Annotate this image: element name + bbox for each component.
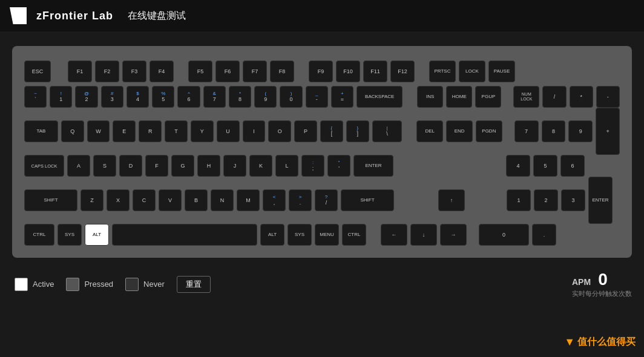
key-f4[interactable]: F4 xyxy=(150,61,174,82)
key-f8[interactable]: F8 xyxy=(270,61,294,82)
key-quote[interactable]: "' xyxy=(327,155,350,177)
key-f11[interactable]: F11 xyxy=(363,61,387,82)
key-num-9[interactable]: 9 xyxy=(568,120,593,142)
key-r[interactable]: R xyxy=(139,120,162,142)
key-end[interactable]: END xyxy=(446,120,473,142)
key-arrow-up[interactable]: ↑ xyxy=(438,189,465,211)
key-semicolon[interactable]: :; xyxy=(301,155,324,177)
key-x[interactable]: X xyxy=(107,189,130,211)
key-minus[interactable]: _- xyxy=(306,86,328,108)
key-ralt[interactable]: ALT xyxy=(260,224,284,246)
key-num-4[interactable]: 4 xyxy=(506,155,530,177)
key-g[interactable]: G xyxy=(171,155,194,177)
key-home[interactable]: HOME xyxy=(446,86,472,108)
key-l[interactable]: L xyxy=(275,155,298,177)
key-num-2[interactable]: 2 xyxy=(534,189,558,211)
key-f5[interactable]: F5 xyxy=(188,61,212,82)
key-num-minus[interactable]: - xyxy=(596,86,620,108)
key-num-slash[interactable]: / xyxy=(542,86,566,108)
key-7[interactable]: &7 xyxy=(203,86,226,108)
key-k[interactable]: K xyxy=(249,155,272,177)
key-num-1[interactable]: 1 xyxy=(507,189,531,211)
key-c[interactable]: C xyxy=(133,189,156,211)
key-pgdn[interactable]: PGDN xyxy=(476,120,502,142)
key-lbracket[interactable]: {[ xyxy=(320,120,343,142)
key-slash[interactable]: ?/ xyxy=(315,189,338,211)
key-0[interactable]: )0 xyxy=(280,86,302,108)
key-num-8[interactable]: 8 xyxy=(542,120,566,142)
key-f2[interactable]: F2 xyxy=(95,61,119,82)
key-t[interactable]: T xyxy=(165,120,188,142)
key-num-0[interactable]: 0 xyxy=(479,224,529,246)
key-backspace[interactable]: BACKSPACE xyxy=(356,86,402,108)
key-3[interactable]: #3 xyxy=(101,86,123,108)
key-p[interactable]: P xyxy=(294,120,317,142)
key-comma[interactable]: <, xyxy=(263,189,286,211)
key-rshift[interactable]: SHIFT xyxy=(341,189,394,211)
key-lctrl[interactable]: CTRL xyxy=(24,224,54,246)
key-capslock[interactable]: CAPS LOCK xyxy=(24,155,64,177)
key-arrow-right[interactable]: → xyxy=(440,224,467,246)
key-esc[interactable]: ESC xyxy=(24,61,51,82)
key-period[interactable]: >. xyxy=(289,189,312,211)
key-del[interactable]: DEL xyxy=(416,120,443,142)
key-lock[interactable]: LOCK xyxy=(459,61,485,82)
key-ins[interactable]: INS xyxy=(417,86,443,108)
key-6[interactable]: ^6 xyxy=(177,86,200,108)
key-num-enter[interactable]: ENTER xyxy=(588,177,613,224)
key-tab[interactable]: TAB xyxy=(24,120,58,142)
key-lsys[interactable]: SYS xyxy=(58,224,82,246)
key-equals[interactable]: += xyxy=(331,86,353,108)
key-pause[interactable]: PAUSE xyxy=(488,61,515,82)
key-w[interactable]: W xyxy=(87,120,110,142)
key-num-asterisk[interactable]: * xyxy=(570,86,593,108)
key-tilde[interactable]: ~` xyxy=(24,86,47,108)
key-numlock[interactable]: NUMLOCK xyxy=(513,86,539,108)
reset-button[interactable]: 重置 xyxy=(177,276,211,293)
key-f[interactable]: F xyxy=(145,155,168,177)
key-i[interactable]: I xyxy=(243,120,266,142)
key-y[interactable]: Y xyxy=(191,120,214,142)
key-v[interactable]: V xyxy=(159,189,182,211)
key-enter[interactable]: ENTER xyxy=(353,155,393,177)
key-rctrl[interactable]: CTRL xyxy=(342,224,366,246)
key-num-plus[interactable]: + xyxy=(596,108,620,155)
key-num-6[interactable]: 6 xyxy=(560,155,585,177)
key-lshift[interactable]: SHIFT xyxy=(24,189,77,211)
key-u[interactable]: U xyxy=(217,120,240,142)
key-f1[interactable]: F1 xyxy=(68,61,92,82)
key-rsys[interactable]: SYS xyxy=(288,224,312,246)
key-f3[interactable]: F3 xyxy=(122,61,146,82)
key-a[interactable]: A xyxy=(67,155,90,177)
key-num-7[interactable]: 7 xyxy=(514,120,539,142)
key-8[interactable]: *8 xyxy=(229,86,251,108)
key-f7[interactable]: F7 xyxy=(243,61,267,82)
key-h[interactable]: H xyxy=(197,155,220,177)
key-f6[interactable]: F6 xyxy=(215,61,240,82)
key-m[interactable]: M xyxy=(237,189,260,211)
key-j[interactable]: J xyxy=(223,155,246,177)
key-e[interactable]: E xyxy=(113,120,136,142)
key-4[interactable]: $4 xyxy=(126,86,149,108)
key-arrow-left[interactable]: ← xyxy=(381,224,407,246)
key-5[interactable]: %5 xyxy=(152,86,174,108)
key-num-dot[interactable]: . xyxy=(532,224,556,246)
key-menu[interactable]: MENU xyxy=(315,224,339,246)
key-o[interactable]: O xyxy=(268,120,291,142)
key-backslash[interactable]: |\ xyxy=(372,120,402,142)
key-f12[interactable]: F12 xyxy=(390,61,415,82)
key-n[interactable]: N xyxy=(211,189,234,211)
key-2[interactable]: @2 xyxy=(75,86,97,108)
key-d[interactable]: D xyxy=(119,155,142,177)
key-prtsc[interactable]: PRTSC xyxy=(429,61,456,82)
key-q[interactable]: Q xyxy=(61,120,84,142)
key-z[interactable]: Z xyxy=(80,189,104,211)
key-rbracket[interactable]: }] xyxy=(346,120,369,142)
key-space[interactable] xyxy=(112,224,257,246)
key-lalt[interactable]: ALT xyxy=(85,224,109,246)
key-1[interactable]: !1 xyxy=(50,86,72,108)
key-num-5[interactable]: 5 xyxy=(533,155,557,177)
key-f9[interactable]: F9 xyxy=(309,61,333,82)
key-f10[interactable]: F10 xyxy=(336,61,360,82)
key-b[interactable]: B xyxy=(185,189,208,211)
